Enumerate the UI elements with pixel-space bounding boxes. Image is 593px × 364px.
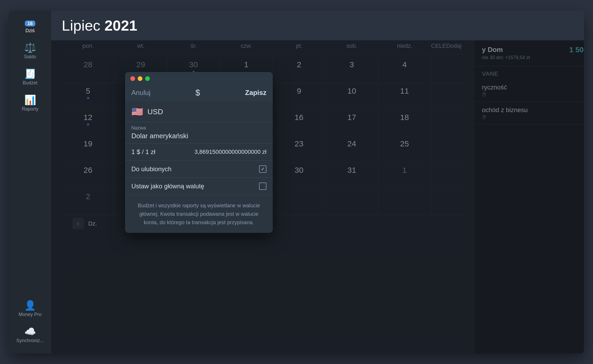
maximize-button[interactable] [145,76,150,81]
header: Lipiec 2021 🔍 + [51,11,584,40]
info-text: Budżet i wszystkie raporty są wyświetlan… [125,195,273,233]
minimize-button[interactable] [138,76,142,81]
sidebar-item-label-dzis: Dziś [26,28,35,33]
flag-row: 🇺🇸 USD [125,102,273,122]
name-value: Dolar amerykański [131,132,266,140]
modal-overlay: Anuluj $ Zapisz 🇺🇸 USD Nazwa [51,40,584,353]
chart-icon: 📊 [24,95,36,105]
flag-icon: 🇺🇸 [131,107,143,117]
favorites-label: Do ulubionych [131,165,171,173]
modal-titlebar [125,72,273,85]
cancel-button[interactable]: Anuluj [131,89,150,97]
favorites-checkbox[interactable] [259,165,266,173]
main-currency-row[interactable]: Ustaw jako główną walutę [125,178,273,195]
rate-value: 3,8691500000000000000 zł [194,149,266,155]
sidebar-item-label-saldo: Saldo [24,54,36,60]
sidebar-item-label-synchroniz: Synchroniz... [16,338,44,343]
currency-modal: Anuluj $ Zapisz 🇺🇸 USD Nazwa [125,72,273,233]
sidebar-item-label-budzet: Budżet [23,80,37,86]
sidebar-item-saldo[interactable]: ⚖️ Saldo [9,38,51,64]
sidebar-item-budzet[interactable]: 🧾 Budżet [9,64,51,90]
sidebar-bottom: 👤 Money Pro ☁️ Synchroniz... [9,296,51,353]
main-currency-label: Ustaw jako główną walutę [131,183,204,190]
main-content: Lipiec 2021 🔍 + pon. wt. śr. czw. pt. so… [51,11,584,353]
budget-icon: 🧾 [24,69,36,79]
name-field: Nazwa Dolar amerykański [125,122,273,143]
modal-header: Anuluj $ Zapisz [125,85,273,102]
rate-label: 1 $ / 1 zł [131,148,155,156]
scale-icon: ⚖️ [24,43,36,52]
modal-body: 🇺🇸 USD Nazwa Dolar amerykański 1 $ / 1 z… [125,102,273,233]
sidebar-item-label-raporty: Raporty [22,106,38,112]
sidebar-item-money-pro[interactable]: 👤 Money Pro [9,296,51,322]
page-title: Lipiec 2021 [62,17,584,34]
sidebar: 16 Dziś ⚖️ Saldo 🧾 Budżet 📊 Raporty 👤 Mo… [9,11,51,353]
close-button[interactable] [130,76,135,81]
save-button[interactable]: Zapisz [245,89,266,97]
user-icon: 👤 [24,301,36,310]
main-currency-checkbox[interactable] [259,183,266,190]
sidebar-item-dzis[interactable]: 16 Dziś [9,16,51,38]
sidebar-item-label-money-pro: Money Pro [18,312,41,317]
sidebar-item-raporty[interactable]: 📊 Raporty [9,90,51,117]
rate-row: 1 $ / 1 zł 3,8691500000000000000 zł [125,143,273,161]
name-label: Nazwa [131,125,266,131]
currency-symbol: $ [195,88,200,98]
calendar-icon: 16 [25,21,35,26]
sidebar-item-synchroniz[interactable]: ☁️ Synchroniz... [9,322,51,348]
app-window: 16 Dziś ⚖️ Saldo 🧾 Budżet 📊 Raporty 👤 Mo… [9,11,584,353]
cloud-icon: ☁️ [24,327,36,336]
currency-code: USD [147,108,163,116]
favorites-row[interactable]: Do ulubionych [125,161,273,178]
